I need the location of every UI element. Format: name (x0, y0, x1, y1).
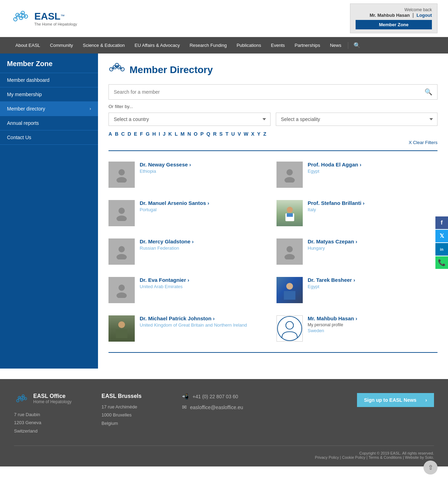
phone-icon: 📲 (182, 393, 189, 400)
nav-research-funding[interactable]: Research Funding (185, 38, 232, 53)
member-name-link[interactable]: Dr. Tarek Besheer › (308, 277, 438, 283)
nav-publications[interactable]: Publications (232, 38, 266, 53)
member-card: Dr. Manuel Arsenio Santos › Portugal (108, 197, 270, 230)
member-grid: Dr. Neway Gessese › Ethiopia Prof. Hoda … (108, 158, 438, 345)
search-button[interactable]: 🔍 (420, 85, 437, 99)
filter-label: Or filter by... (108, 104, 438, 109)
nav-community[interactable]: Community (45, 38, 78, 53)
linkedin-button[interactable]: in (435, 243, 448, 256)
nav-events[interactable]: Events (266, 38, 290, 53)
avatar (108, 238, 135, 265)
member-name-link[interactable]: Dr. Mercy Gladstone › (140, 238, 270, 244)
member-info: Dr. Matyas Czepan › Hungary (308, 238, 438, 251)
member-name-link[interactable]: Dr. Matyas Czepan › (308, 238, 438, 244)
signup-button[interactable]: Sign up to EASL News › (357, 393, 434, 407)
twitter-button[interactable]: 𝕏 (435, 230, 448, 242)
alpha-H[interactable]: H (152, 131, 156, 137)
alpha-E[interactable]: E (134, 131, 137, 137)
alpha-U[interactable]: U (231, 131, 235, 137)
sidebar-item-contact-us[interactable]: Contact Us (0, 130, 98, 145)
easl-logo-icon (10, 9, 31, 28)
alpha-O[interactable]: O (194, 131, 198, 137)
footer-phone-number: +41 (0) 22 807 03 60 (192, 394, 238, 399)
logo-name: EASL (34, 11, 61, 22)
svg-point-31 (117, 254, 127, 259)
whatsapp-button[interactable]: 📞 (435, 256, 448, 269)
website-credit-link[interactable]: Website by Soto. (405, 455, 434, 459)
member-directory-icon (108, 62, 125, 77)
member-info: Dr. Mercy Gladstone › Russian Federation (140, 238, 270, 251)
bottom-separator (108, 352, 438, 353)
alpha-G[interactable]: G (146, 131, 149, 137)
member-name-link[interactable]: Prof. Stefano Brillanti › (308, 200, 438, 206)
alpha-I[interactable]: I (159, 131, 160, 137)
alpha-A[interactable]: A (108, 131, 112, 137)
search-input[interactable] (109, 86, 420, 98)
nav-search-icon[interactable]: 🔍 (350, 37, 364, 54)
logo[interactable]: EASL™ The Home of Hepatology (10, 9, 77, 28)
sidebar-link-annual-reports[interactable]: Annual reports (0, 116, 98, 130)
alpha-V[interactable]: V (238, 131, 241, 137)
sidebar-item-annual-reports[interactable]: Annual reports (0, 116, 98, 130)
sidebar-item-dashboard[interactable]: Member dashboard (0, 73, 98, 87)
svg-point-35 (117, 292, 127, 298)
sidebar-link-contact-us[interactable]: Contact Us (0, 130, 98, 144)
alpha-M[interactable]: M (181, 131, 185, 137)
sidebar-link-my-membership[interactable]: My membership (0, 87, 98, 101)
filter-row: Select a country Select a speciality (108, 113, 438, 126)
sidebar-link-member-directory[interactable]: Member directory › (0, 102, 98, 116)
footer-brussels-title: EASL Brussels (102, 393, 172, 399)
member-country: Hungary (308, 245, 438, 251)
nav-partnerships[interactable]: Partnerships (290, 38, 325, 53)
member-name-link[interactable]: Dr. Neway Gessese › (140, 162, 270, 167)
country-select[interactable]: Select a country (108, 113, 271, 126)
alpha-B[interactable]: B (115, 131, 118, 137)
alpha-X[interactable]: X (251, 131, 254, 137)
alpha-Q[interactable]: Q (206, 131, 210, 137)
footer-logo: EASL Office Home of Hepatology (14, 393, 91, 407)
alpha-W[interactable]: W (244, 131, 248, 137)
footer-email: ✉ easloffice@easloffice.eu (182, 404, 346, 411)
member-zone-button[interactable]: Member Zone (356, 20, 432, 29)
alpha-K[interactable]: K (168, 131, 172, 137)
svg-point-33 (285, 254, 295, 259)
sidebar-item-my-membership[interactable]: My membership (0, 87, 98, 102)
alpha-J[interactable]: J (163, 131, 166, 137)
facebook-button[interactable]: f (435, 216, 448, 229)
member-card: Dr. Eva Fontagnier › United Arab Emirate… (108, 273, 270, 307)
nav-science-education[interactable]: Science & Education (78, 38, 130, 53)
nav-about-easl[interactable]: About EASL (10, 38, 45, 53)
search-row: 🔍 (108, 84, 438, 100)
footer-brussels: EASL Brussels 17 rue Archimède1000 Bruxe… (102, 393, 172, 435)
member-name-link[interactable]: Dr. Michael Patrick Johnston › (140, 315, 270, 321)
member-card: Dr. Tarek Besheer › Egypt (276, 273, 438, 307)
member-name-link[interactable]: Prof. Hoda El Aggan › (308, 162, 438, 167)
alpha-F[interactable]: F (140, 131, 143, 137)
member-name-link[interactable]: Dr. Eva Fontagnier › (140, 277, 270, 283)
sidebar-link-dashboard[interactable]: Member dashboard (0, 73, 98, 87)
privacy-policy-link[interactable]: Privacy Policy (315, 455, 339, 459)
nav-eu-affairs[interactable]: EU Affairs & Advocacy (130, 38, 185, 53)
alpha-P[interactable]: P (200, 131, 203, 137)
alpha-L[interactable]: L (175, 131, 178, 137)
terms-link[interactable]: Terms & Conditions (369, 455, 402, 459)
member-name-link[interactable]: Dr. Manuel Arsenio Santos › (140, 200, 270, 206)
member-name-link-self[interactable]: Mr. Mahbub Hasan › (308, 315, 438, 321)
cookie-policy-link[interactable]: Cookie Policy (342, 455, 365, 459)
logout-link[interactable]: Logout (416, 13, 432, 18)
clear-filters-link[interactable]: X Clear Filters (409, 140, 438, 145)
alpha-N[interactable]: N (187, 131, 191, 137)
alpha-C[interactable]: C (121, 131, 125, 137)
page-title-row: Member Directory (108, 62, 438, 77)
specialty-select[interactable]: Select a speciality (276, 113, 438, 126)
nav-news[interactable]: News (325, 38, 346, 53)
alpha-D[interactable]: D (127, 131, 131, 137)
alpha-Z[interactable]: Z (263, 131, 266, 137)
logo-tagline: The Home of Hepatology (34, 22, 77, 26)
sidebar-item-member-directory[interactable]: Member directory › (0, 102, 98, 116)
alpha-R[interactable]: R (213, 131, 217, 137)
alpha-T[interactable]: T (225, 131, 229, 137)
alpha-S[interactable]: S (219, 131, 223, 137)
svg-point-27 (287, 207, 293, 213)
alpha-Y[interactable]: Y (257, 131, 260, 137)
